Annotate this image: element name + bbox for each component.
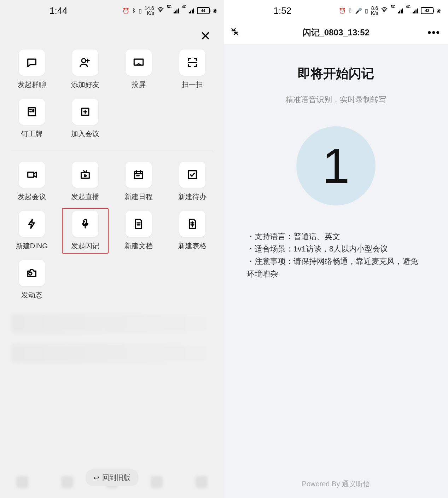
status-bar: 1:52 ⏰ ᛒ 🎤 ▯ 8.6K/s 5G 4G 43 ❀: [224, 0, 448, 21]
action-new-sheet[interactable]: 新建表格: [172, 211, 213, 251]
action-join-meeting[interactable]: 加入会议: [65, 99, 105, 139]
cast-screen-tile: [126, 50, 152, 76]
sig-4g: 4G: [406, 5, 411, 9]
action-new-doc[interactable]: 新建文档: [118, 211, 159, 251]
start-live-label: 发起直播: [71, 192, 99, 202]
start-meeting-label: 发起会议: [18, 192, 46, 202]
action-post-moment[interactable]: 发动态: [11, 260, 52, 300]
action-badge[interactable]: 钉工牌: [11, 99, 52, 139]
status-right: ⏰ ᛒ 🎤 ▯ 8.6K/s 5G 4G 43 ❀: [339, 6, 441, 16]
new-doc-label: 新建文档: [124, 241, 153, 251]
join-meeting-label: 加入会议: [71, 129, 99, 139]
scan-tile: [179, 50, 205, 76]
leaf-icon: ❀: [213, 7, 217, 14]
group-chat-label: 发起群聊: [18, 80, 46, 89]
wifi-icon: [381, 7, 388, 14]
new-ding-tile: [19, 211, 45, 237]
signal-2-icon: [189, 8, 194, 13]
status-right: ⏰ ᛒ ▯ 14.6K/s 5G 4G 44 ❀: [122, 6, 217, 16]
start-live-tile: [72, 162, 98, 188]
add-friend-label: 添加好友: [71, 80, 99, 89]
battery-icon: 43: [421, 7, 434, 14]
video-icon: [26, 169, 38, 181]
userplus-icon: [79, 57, 91, 69]
page-header: 闪记_0803_13:52 •••: [224, 21, 448, 44]
signal-1-icon: [174, 8, 179, 13]
signal-1-icon: [398, 8, 403, 13]
new-schedule-tile: [126, 162, 152, 188]
net-unit: K/s: [147, 10, 154, 16]
bluetooth-icon: ᛒ: [132, 7, 136, 14]
action-start-live[interactable]: 发起直播: [65, 162, 105, 202]
group-chat-tile: [19, 50, 45, 76]
alarm-icon: ⏰: [122, 7, 129, 14]
leaf-icon: ❀: [436, 7, 441, 14]
new-todo-tile: [179, 162, 205, 188]
status-bar: 1:44 ⏰ ᛒ ▯ 14.6K/s 5G 4G 44 ❀: [0, 0, 224, 21]
close-button[interactable]: ✕: [200, 30, 211, 42]
new-sheet-label: 新建表格: [178, 241, 206, 251]
page-title: 闪记_0803_13:52: [303, 27, 370, 38]
countdown-circle: 1: [296, 126, 376, 205]
check-icon: [186, 169, 198, 181]
chat-icon: [26, 57, 38, 69]
note-line-1: ・适合场景：1v1访谈，8人以内小型会议: [247, 243, 426, 255]
scan-label: 扫一扫: [182, 80, 203, 89]
notes-list: ・支持语言：普通话、英文・适合场景：1v1访谈，8人以内小型会议・注意事项：请保…: [238, 230, 434, 280]
scan-icon: [186, 57, 198, 69]
powered-by: Powered By 通义听悟: [224, 479, 448, 489]
vibrate-icon: ▯: [139, 7, 142, 14]
action-start-flash-note[interactable]: 发起闪记: [62, 208, 108, 254]
blurred-background-rows: [7, 314, 217, 363]
start-meeting-tile: [19, 162, 45, 188]
new-doc-tile: [126, 211, 152, 237]
action-sheet: ✕ 发起群聊添加好友投屏扫一扫钉工牌加入会议 发起会议发起直播新建日程新建待办新…: [0, 21, 224, 377]
action-new-todo[interactable]: 新建待办: [172, 162, 213, 202]
bluetooth-icon: ᛒ: [349, 7, 352, 14]
battery-icon: 44: [197, 7, 210, 14]
action-new-ding[interactable]: 新建DING: [11, 211, 52, 251]
more-button[interactable]: •••: [428, 27, 440, 38]
right-screenshot: 1:52 ⏰ ᛒ 🎤 ▯ 8.6K/s 5G 4G 43 ❀ 闪记_0803_1…: [224, 0, 448, 498]
new-schedule-label: 新建日程: [124, 192, 153, 202]
mic-icon: [79, 218, 91, 230]
add-friend-tile: [72, 50, 98, 76]
post-moment-tile: [19, 260, 45, 286]
back-to-old-button[interactable]: ↩ 回到旧版: [86, 469, 138, 486]
doc-icon: [133, 218, 145, 230]
subtitle: 精准语音识别，实时录制转写: [238, 94, 434, 105]
tv-icon: [79, 169, 91, 181]
sig-5g: 5G: [391, 5, 395, 9]
cast-icon: [133, 57, 145, 69]
sheet-icon: [186, 218, 198, 230]
back-to-old-label: 回到旧版: [102, 473, 130, 482]
section-1-grid: 发起群聊添加好友投屏扫一扫钉工牌加入会议: [7, 46, 217, 142]
bolt-icon: [26, 218, 38, 230]
divider: [11, 150, 213, 150]
countdown-number: 1: [322, 137, 350, 195]
calendar-icon: [133, 169, 145, 181]
badge-icon: [26, 106, 38, 118]
badge-tile: [19, 99, 45, 125]
note-line-2: ・注意事项：请保持网络畅通，靠近麦克风，避免环境嘈杂: [247, 255, 426, 280]
collapse-button[interactable]: [231, 27, 239, 38]
start-flash-note-label: 发起闪记: [71, 241, 99, 251]
flash-note-body: 即将开始闪记 精准语音识别，实时录制转写 1 ・支持语言：普通话、英文・适合场景…: [224, 44, 448, 280]
action-new-schedule[interactable]: 新建日程: [118, 162, 159, 202]
camera-icon: [26, 267, 38, 279]
action-cast-screen[interactable]: 投屏: [118, 50, 159, 89]
action-start-meeting[interactable]: 发起会议: [11, 162, 52, 202]
action-group-chat[interactable]: 发起群聊: [11, 50, 52, 89]
start-flash-note-tile: [72, 211, 98, 237]
join-meeting-tile: [72, 99, 98, 125]
post-moment-label: 发动态: [21, 290, 42, 300]
vibrate-icon: ▯: [365, 7, 368, 14]
badge-label: 钉工牌: [21, 129, 42, 139]
alarm-icon: ⏰: [339, 7, 346, 14]
action-scan[interactable]: 扫一扫: [172, 50, 213, 89]
action-add-friend[interactable]: 添加好友: [65, 50, 105, 89]
undo-icon: ↩: [93, 474, 99, 482]
plus-icon: [79, 106, 91, 118]
left-screenshot: 1:44 ⏰ ᛒ ▯ 14.6K/s 5G 4G 44 ❀ ✕ 发起群聊添加好友…: [0, 0, 224, 498]
status-time: 1:44: [50, 5, 68, 16]
